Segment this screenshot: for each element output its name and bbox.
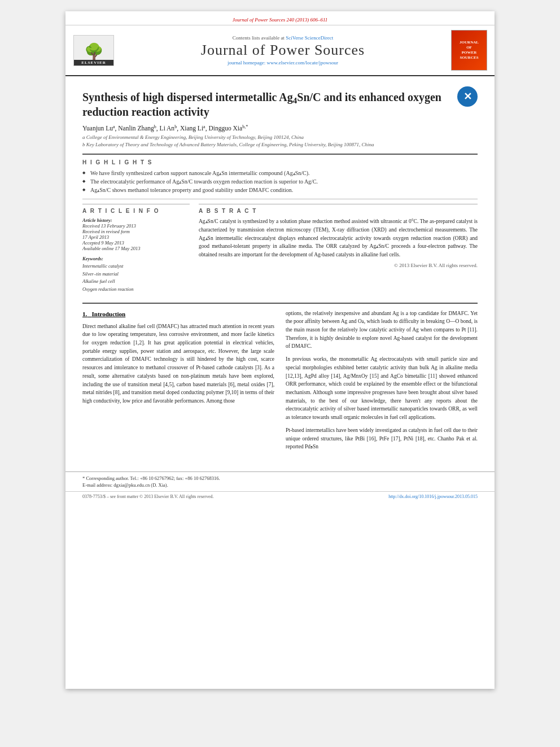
- body-column-right: options, the relatively inexpensive and …: [286, 309, 478, 456]
- author2-name: , Nanlin Zhang: [115, 125, 154, 132]
- author5-name: , Dingguo Xia: [205, 125, 242, 132]
- body-col1-p1: Direct methanol alkaline fuel cell (DMAF…: [82, 322, 274, 405]
- highlight-item-2: The electrocatalytic performance of Ag₄S…: [82, 177, 478, 186]
- bottom-bar: 0378-7753/$ – see front matter © 2013 El…: [65, 491, 495, 501]
- footnote-area: * Corresponding author. Tel.: +86 10 627…: [65, 471, 495, 491]
- elsevier-logo-container: 🌳 ELSEVIER: [71, 30, 116, 71]
- keywords-label: Keywords:: [82, 256, 190, 261]
- affiliation-a: a College of Environmental & Energy Engi…: [82, 134, 478, 141]
- body-col2-p2: In previous works, the monometallic Ag e…: [286, 355, 478, 422]
- copyright: © 2013 Elsevier B.V. All rights reserved…: [199, 263, 478, 268]
- body-column-left: 1. Introduction Direct methanol alkaline…: [82, 309, 274, 456]
- footnote-email: E-mail address: dgxia@pku.edu.cn (D. Xia…: [82, 482, 478, 488]
- revised-date: 17 April 2013: [82, 234, 190, 240]
- issn-text: 0378-7753/$ – see front matter © 2013 El…: [82, 494, 214, 499]
- body-two-column: 1. Introduction Direct methanol alkaline…: [82, 309, 478, 456]
- author2-sup: b: [154, 124, 156, 129]
- footnote-star: * Corresponding author. Tel.: +86 10 627…: [82, 475, 478, 481]
- accepted-date: Accepted 9 May 2013: [82, 240, 190, 246]
- crossmark-container: ✕: [457, 86, 478, 107]
- author1-name: Yuanjun Lu: [82, 125, 113, 132]
- keyword-1: Intermetallic catalyst: [82, 263, 190, 270]
- body-content: 1. Introduction Direct methanol alkaline…: [65, 309, 495, 468]
- journal-icon-container: JOURNALOFPOWERSOURCES: [449, 30, 489, 71]
- keyword-3: Alkaline fuel cell: [82, 278, 190, 286]
- journal-title-area: Contents lists available at SciVerse Sci…: [122, 30, 444, 71]
- sciverse-link[interactable]: SciVerse ScienceDirect: [286, 35, 333, 41]
- divider-before-body: [82, 303, 478, 304]
- abstract-header: A B S T R A C T: [199, 204, 478, 214]
- article-content: Synthesis of high dispersed intermetalli…: [65, 76, 495, 303]
- author1-sup: a: [113, 124, 115, 129]
- email-label: E-mail address: dgxia@pku.edu.cn (D. Xia…: [82, 482, 168, 488]
- journal-header: 🌳 ELSEVIER Contents lists available at S…: [65, 25, 495, 76]
- section1-number: 1.: [82, 311, 87, 317]
- affiliations: a College of Environmental & Energy Engi…: [82, 134, 478, 148]
- highlights-list: We have firstly synthesized carbon suppo…: [82, 169, 478, 194]
- author4-sup: a: [203, 124, 205, 129]
- highlight-item-3: Ag₄Sn/C shows methanol tolerance propert…: [82, 186, 478, 194]
- highlight-item-1: We have firstly synthesized carbon suppo…: [82, 169, 478, 177]
- sciverse-prefix: Contents lists available at: [233, 35, 285, 41]
- keywords-list: Intermetallic catalyst Silver–tin materi…: [82, 263, 190, 293]
- section1-name: Introduction: [92, 311, 126, 317]
- doi-link[interactable]: http://dx.doi.org/10.1016/j.jpowsour.201…: [388, 494, 478, 499]
- title-text-1: Synthesis of high dispersed intermetalli…: [82, 91, 293, 103]
- authors-line: Yuanjun Lua, Nanlin Zhangb, Li Anb, Xian…: [82, 125, 478, 132]
- divider-after-affiliations: [82, 154, 478, 155]
- article-page: Journal of Power Sources 240 (2013) 606–…: [65, 11, 495, 689]
- author3-sup: b: [174, 124, 177, 129]
- revised-label: Received in revised form: [82, 229, 190, 234]
- journal-homepage: journal homepage: www.elsevier.com/locat…: [228, 60, 338, 65]
- journal-citation: Journal of Power Sources 240 (2013) 606–…: [233, 17, 327, 23]
- elsevier-tree-icon: 🌳: [84, 44, 104, 60]
- affiliation-b: b Key Laboratory of Theory and Technolog…: [82, 141, 478, 148]
- article-info-column: A R T I C L E I N F O Article history: R…: [82, 204, 190, 293]
- abstract-column: A B S T R A C T Ag₄Sn/C catalyst is synt…: [199, 204, 478, 293]
- history-label: Article history:: [82, 217, 190, 223]
- received-date: Received 13 February 2013: [82, 223, 190, 229]
- online-date: Available online 17 May 2013: [82, 246, 190, 251]
- body-col2-p1: options, the relatively inexpensive and …: [286, 309, 478, 351]
- article-title: Synthesis of high dispersed intermetalli…: [82, 90, 452, 119]
- journal-top-bar: Journal of Power Sources 240 (2013) 606–…: [65, 11, 495, 25]
- sciverse-line: Contents lists available at SciVerse Sci…: [233, 35, 334, 41]
- elsevier-logo: 🌳 ELSEVIER: [73, 35, 114, 66]
- article-info-header: A R T I C L E I N F O: [82, 204, 190, 214]
- section1-title: 1. Introduction: [82, 309, 274, 319]
- elsevier-label: ELSEVIER: [74, 60, 113, 65]
- divider-after-highlights: [82, 199, 478, 199]
- abstract-text: Ag₄Sn/C catalyst is synthesized by a sol…: [199, 217, 478, 259]
- keyword-2: Silver–tin material: [82, 270, 190, 278]
- body-col2-p3: Pt-based intermetallics have been widely…: [286, 426, 478, 451]
- author5-sup: b,*: [242, 124, 248, 129]
- title-sub: 4: [293, 96, 298, 105]
- history-group: Article history: Received 13 February 20…: [82, 217, 190, 251]
- keyword-4: Oxygen reduction reaction: [82, 286, 190, 294]
- author3-name: , Li An: [156, 125, 174, 132]
- journal-title: Journal of Power Sources: [201, 42, 365, 59]
- highlights-header: H I G H L I G H T S: [82, 159, 478, 165]
- journal-icon: JOURNALOFPOWERSOURCES: [451, 30, 487, 71]
- crossmark-badge: ✕: [457, 86, 478, 107]
- author4-name: , Xiang Li: [177, 125, 203, 132]
- article-info-abstract: A R T I C L E I N F O Article history: R…: [82, 204, 478, 293]
